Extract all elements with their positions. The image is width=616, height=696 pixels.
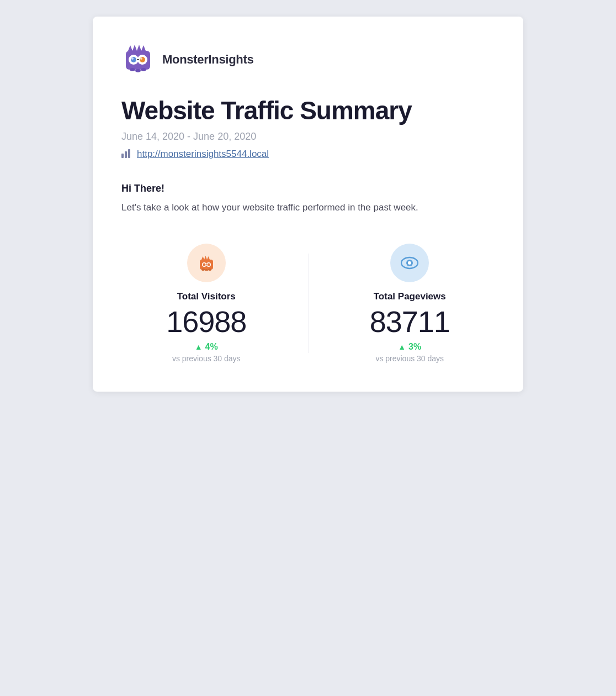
stat-card-pageviews: Total Pageviews 83711 ▲ 3% vs previous 3… [325,244,495,363]
svg-rect-15 [121,154,124,158]
visitors-change: ▲ 4% [195,342,218,352]
svg-point-27 [201,268,205,271]
svg-rect-26 [206,265,207,265]
svg-point-33 [408,261,410,262]
stats-divider [308,254,309,353]
svg-point-14 [141,68,146,71]
monsterinsights-logo-icon [121,43,155,76]
pageviews-change: ▲ 3% [398,342,421,352]
site-link-row: http://monsterinsights5544.local [121,148,495,161]
greeting-text: Hi There! [121,183,495,194]
svg-point-8 [140,57,145,62]
pageviews-eye-icon [401,256,418,270]
visitors-up-arrow: ▲ [195,342,203,351]
visitors-monster-icon [198,255,215,271]
svg-marker-21 [207,256,210,260]
main-card: MonsterInsights Website Traffic Summary … [93,17,523,392]
svg-point-12 [130,68,135,71]
pageviews-value: 83711 [370,307,450,336]
logo-row: MonsterInsights [121,43,495,76]
svg-marker-19 [201,256,204,260]
page-title: Website Traffic Summary [121,96,495,125]
pageviews-change-value: 3% [408,342,421,352]
visitors-label: Total Visitors [177,291,236,302]
pageviews-up-arrow: ▲ [398,342,406,351]
visitors-value: 16988 [166,307,246,336]
pageviews-label: Total Pageviews [374,291,446,302]
svg-point-29 [208,268,211,271]
svg-point-24 [203,263,205,266]
chart-icon [121,148,132,161]
svg-point-25 [207,263,210,266]
visitors-change-value: 4% [205,342,218,352]
pageviews-vs-label: vs previous 30 days [375,354,444,363]
stats-row: Total Visitors 16988 ▲ 4% vs previous 30… [121,244,495,363]
svg-marker-1 [128,45,132,51]
svg-marker-4 [141,45,146,51]
intro-body: Let's take a look at how your website tr… [121,200,442,215]
brand-name: MonsterInsights [162,52,253,67]
site-url-link[interactable]: http://monsterinsights5544.local [137,149,269,160]
date-range: June 14, 2020 - June 20, 2020 [121,131,495,143]
svg-marker-20 [204,256,207,260]
svg-rect-16 [125,151,127,158]
svg-marker-2 [132,45,137,51]
visitors-icon-circle [187,244,226,282]
svg-rect-17 [128,149,130,158]
pageviews-icon-circle [390,244,429,282]
svg-point-7 [131,57,136,62]
svg-point-10 [131,57,134,60]
visitors-vs-label: vs previous 30 days [172,354,241,363]
svg-point-11 [140,57,142,60]
svg-rect-9 [137,59,139,60]
stat-card-visitors: Total Visitors 16988 ▲ 4% vs previous 30… [121,244,291,363]
svg-marker-3 [137,45,141,51]
svg-point-13 [135,69,141,72]
